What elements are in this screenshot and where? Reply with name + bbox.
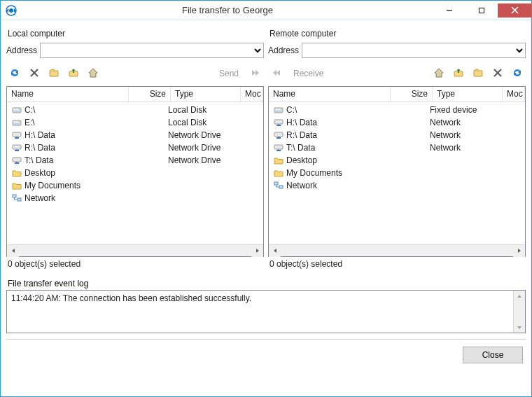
svg-rect-20: [15, 150, 19, 151]
local-col-mod[interactable]: Moc: [241, 87, 263, 102]
local-hscrollbar[interactable]: [7, 244, 263, 256]
list-item[interactable]: R:\ DataNetwork: [269, 129, 525, 141]
svg-rect-34: [275, 111, 282, 112]
remote-delete-button[interactable]: [489, 65, 506, 82]
local-home-button[interactable]: [85, 65, 102, 82]
local-refresh-button[interactable]: [6, 65, 23, 82]
log-text: 11:44:20 AM: The connection has been est…: [7, 291, 513, 333]
local-pane: Local computer Address: [6, 26, 264, 273]
scroll-down-icon[interactable]: [514, 322, 525, 333]
local-col-size[interactable]: Size: [129, 87, 171, 102]
svg-rect-14: [13, 123, 20, 125]
window-maximize-button[interactable]: [465, 4, 498, 18]
svg-rect-36: [274, 120, 283, 124]
list-item[interactable]: R:\ DataNetwork Drive: [7, 141, 263, 154]
list-item[interactable]: Network: [269, 179, 525, 192]
disk-icon: [11, 104, 22, 116]
svg-rect-22: [13, 158, 21, 162]
svg-rect-8: [50, 71, 58, 76]
remote-refresh-button[interactable]: [509, 65, 526, 82]
local-delete-button[interactable]: [26, 65, 43, 82]
netdrive-icon: [11, 130, 22, 141]
remote-header: Name Size Type Moc: [269, 87, 525, 102]
remote-address-label: Address: [268, 46, 299, 55]
window-close-button[interactable]: [498, 4, 531, 18]
list-item[interactable]: Desktop: [269, 154, 525, 167]
local-list-body[interactable]: C:\Local DiskE:\Local DiskH:\ DataNetwor…: [7, 102, 263, 244]
local-send-icon-button[interactable]: [247, 65, 264, 82]
remote-home-button[interactable]: [430, 65, 447, 82]
local-header: Name Size Type Moc: [7, 87, 263, 102]
svg-rect-39: [274, 132, 283, 137]
item-name: C:\: [286, 105, 297, 115]
scroll-left-icon[interactable]: [269, 245, 281, 257]
remote-col-name[interactable]: Name: [269, 87, 391, 102]
svg-rect-30: [474, 71, 482, 76]
list-item[interactable]: Desktop: [7, 167, 263, 179]
panes: Local computer Address: [6, 26, 526, 273]
item-name: H:\ Data: [24, 130, 55, 140]
remote-list-body[interactable]: C:\Fixed deviceH:\ DataNetworkR:\ DataNe…: [269, 102, 525, 244]
remote-address-select[interactable]: [302, 43, 526, 58]
home-icon: [433, 67, 444, 81]
item-type: Network Drive: [168, 143, 238, 153]
network-icon: [11, 193, 22, 204]
local-status: 0 object(s) selected: [6, 257, 264, 273]
remote-parent-folder-button[interactable]: [450, 65, 467, 82]
item-type: Local Disk: [168, 118, 238, 127]
local-send-button[interactable]: Send: [214, 65, 244, 82]
remote-receive-icon-button[interactable]: [268, 65, 285, 82]
item-type: Network: [430, 118, 500, 127]
local-address-select[interactable]: [40, 43, 264, 58]
remote-toolbar: Receive: [268, 62, 526, 86]
folder-docs-icon: [11, 180, 22, 191]
local-parent-folder-button[interactable]: [65, 65, 82, 82]
list-item[interactable]: My Documents: [7, 179, 263, 192]
remote-receive-button[interactable]: Receive: [288, 65, 329, 82]
remote-col-mod[interactable]: Moc: [503, 87, 525, 102]
close-button[interactable]: Close: [463, 347, 523, 363]
scroll-right-icon[interactable]: [251, 245, 263, 257]
list-item[interactable]: C:\Local Disk: [7, 104, 263, 116]
item-name: R:\ Data: [24, 143, 55, 153]
item-name: H:\ Data: [286, 118, 317, 127]
folder-desktop-icon: [273, 155, 284, 166]
svg-rect-42: [274, 145, 283, 149]
log-label: File transfer event log: [6, 277, 526, 290]
list-item[interactable]: H:\ DataNetwork Drive: [7, 129, 263, 141]
disk-icon: [273, 104, 284, 116]
folder-up-icon: [453, 67, 464, 81]
list-item[interactable]: E:\Local Disk: [7, 116, 263, 129]
scroll-right-icon[interactable]: [513, 245, 525, 257]
local-address-label: Address: [6, 46, 37, 55]
list-item[interactable]: T:\ DataNetwork Drive: [7, 154, 263, 167]
list-item[interactable]: Network: [7, 192, 263, 204]
local-new-folder-button[interactable]: [46, 65, 62, 82]
item-name: My Documents: [286, 168, 342, 178]
folder-up-icon: [68, 67, 79, 81]
list-item[interactable]: My Documents: [269, 167, 525, 179]
window-minimize-button[interactable]: [433, 4, 465, 18]
list-item[interactable]: H:\ DataNetwork: [269, 116, 525, 129]
scroll-left-icon[interactable]: [7, 245, 19, 257]
svg-rect-23: [15, 162, 19, 164]
list-item[interactable]: C:\Fixed device: [269, 104, 525, 116]
remote-hscrollbar[interactable]: [269, 244, 525, 256]
new-folder-icon: [472, 67, 484, 81]
scroll-up-icon[interactable]: [514, 291, 525, 301]
svg-rect-11: [13, 111, 20, 112]
item-name: Desktop: [286, 155, 317, 165]
svg-rect-37: [276, 125, 281, 126]
log-vscrollbar[interactable]: [513, 291, 525, 333]
local-col-name[interactable]: Name: [7, 87, 129, 102]
remote-col-size[interactable]: Size: [391, 87, 433, 102]
local-col-type[interactable]: Type: [171, 87, 241, 102]
remote-col-type[interactable]: Type: [433, 87, 503, 102]
list-item[interactable]: T:\ DataNetwork: [269, 141, 525, 154]
disk-icon: [11, 117, 22, 128]
local-address-row: Address: [6, 40, 264, 62]
log-entry: 11:44:20 AM: The connection has been est…: [11, 293, 509, 303]
remote-file-list: Name Size Type Moc C:\Fixed deviceH:\ Da…: [268, 86, 526, 257]
remote-new-folder-button[interactable]: [470, 65, 486, 82]
remote-status: 0 object(s) selected: [268, 257, 526, 273]
